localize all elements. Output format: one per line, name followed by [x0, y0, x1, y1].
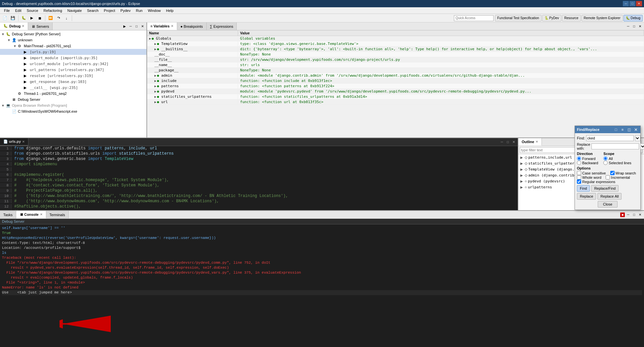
tree-item[interactable]: ▶ [urls.py:19] [0, 49, 146, 55]
editor-maximize-btn[interactable]: □ [505, 139, 510, 145]
tab-urls-editor[interactable]: 📄 urls.py ✕ [0, 138, 28, 146]
run-button[interactable]: ▶ [28, 15, 35, 22]
all-radio[interactable] [603, 156, 608, 161]
selected-lines-radio[interactable] [603, 161, 608, 165]
incremental-check[interactable] [606, 175, 610, 179]
expand-arrow[interactable]: ▶ [154, 100, 156, 104]
debug-minimize-btn[interactable]: ─ [128, 24, 133, 29]
replace-all-button[interactable]: Replace All [597, 193, 622, 200]
menu-item-run[interactable]: Run [133, 8, 145, 13]
menu-item-navigate[interactable]: Navigate [65, 8, 84, 13]
replace-dropdown[interactable] [640, 143, 644, 149]
expand-arrow[interactable]: ▶ [154, 79, 156, 83]
vars-minimize-btn[interactable]: ─ [625, 24, 631, 29]
whole-word-check[interactable] [577, 175, 581, 179]
expand-arrow[interactable]: ▶ [154, 84, 156, 88]
table-row[interactable]: ▶● __builtins__dict: {'bytearray': <type… [147, 47, 644, 52]
tab-console[interactable]: 🖥 Console ✕ [16, 211, 46, 218]
tree-item[interactable]: ▶get_response [base.py:103] [0, 79, 146, 85]
tree-item[interactable]: 🖥Debug Server [0, 96, 146, 102]
debug-resume-btn[interactable]: ▶ [122, 24, 127, 29]
code-editor[interactable]: 1from django.conf.urls.defaults import p… [0, 146, 518, 210]
stop-button[interactable]: ⏹ [36, 15, 43, 22]
tree-item[interactable]: ▼💻 Opera Browser Refresh [Program] [0, 102, 146, 108]
forward-radio[interactable] [577, 156, 581, 161]
minimize-button[interactable]: ─ [623, 1, 629, 6]
expand-arrow[interactable]: ▶ [154, 95, 156, 98]
tab-breakpoints[interactable]: ● Breakpoints [177, 22, 207, 30]
replace-button[interactable]: Replace [577, 193, 596, 200]
quick-access-input[interactable] [454, 15, 494, 21]
editor-minimize-btn[interactable]: ─ [499, 139, 504, 145]
vars-maximize-btn[interactable]: □ [631, 24, 637, 29]
persp-resource[interactable]: Resource [562, 15, 581, 21]
table-row[interactable]: ▶● includefunction: <function include at… [147, 78, 644, 84]
tree-item[interactable]: ▶urlconf_module [urlresolvers.py:342] [0, 61, 146, 67]
tree-item[interactable]: ▶resolve [urlresolvers.py:319] [0, 73, 146, 79]
tab-debug[interactable]: 🐛 Debug ✕ [0, 22, 28, 30]
table-row[interactable]: __name__str: urls [147, 62, 644, 68]
menu-item-project[interactable]: Project [101, 8, 118, 13]
menu-item-file[interactable]: File [1, 8, 13, 13]
menu-item-pydev[interactable]: Pydev [118, 8, 133, 13]
tab-expressions[interactable]: ∑ Expressions [207, 22, 237, 30]
tab-terminals[interactable]: Terminals [46, 211, 69, 218]
tab-outline[interactable]: Outline ✕ [518, 138, 542, 146]
step-over-button[interactable]: ↷ [55, 15, 62, 22]
menu-item-edit[interactable]: Edit [13, 8, 24, 13]
tree-item[interactable]: ▶import_module [importlib.py:35] [0, 55, 146, 61]
menu-item-window[interactable]: Window [145, 8, 163, 13]
debug-maximize-btn[interactable]: □ [134, 24, 139, 29]
tree-item[interactable]: ▼🐛Debug Server [Python Server] [0, 31, 146, 37]
step-into-button[interactable]: ↓ [63, 15, 70, 22]
backward-radio[interactable] [577, 161, 581, 165]
wrap-search-check[interactable] [610, 171, 615, 175]
table-row[interactable]: ▶● patternsfunction: <function patterns … [147, 84, 644, 89]
persp-debug[interactable]: 🐛 Debug [624, 15, 643, 21]
debug-button[interactable]: 🐛 [20, 15, 27, 22]
tree-item[interactable]: ▼👤unknown [0, 37, 146, 43]
debug-close-btn[interactable]: ✕ [140, 24, 145, 29]
console-stop-btn[interactable]: ■ [620, 212, 625, 217]
tab-variables[interactable]: ≡ Variables ✕ [147, 22, 177, 30]
menu-item-search[interactable]: Search [84, 8, 101, 13]
table-row[interactable]: __package__NoneType: None [147, 68, 644, 73]
table-row[interactable]: ▶● GlobalsGlobal variables [147, 36, 644, 41]
table-row[interactable]: ▶● urlfunction: <function url at 0xb013f… [147, 99, 644, 105]
table-row[interactable]: __file__str: /srv/www/django/development… [147, 57, 644, 62]
table-row[interactable]: __doc__NoneType: None [147, 52, 644, 57]
find-replace-close-button[interactable]: ✕ [633, 127, 638, 132]
save-button[interactable]: 💾 [9, 15, 17, 22]
tab-servers[interactable]: 🖥 Servers [28, 22, 53, 30]
expand-arrow[interactable]: ▶ [154, 90, 156, 93]
tree-item[interactable]: ▶__call__ [wsgi.py:235] [0, 85, 146, 91]
vars-close-btn[interactable]: ✕ [637, 24, 643, 29]
table-row[interactable]: ▶● TemplateViewtype: <class 'django.view… [147, 41, 644, 47]
tree-item[interactable]: 📄 C:\Windows\SysWOW64\wscript.exe [0, 108, 146, 114]
regex-check[interactable] [577, 179, 581, 184]
case-sensitive-check[interactable] [577, 171, 581, 175]
bottom-minimize-btn[interactable]: ─ [625, 212, 631, 217]
expand-arrow[interactable]: ▶ [154, 42, 156, 46]
persp-pydev[interactable]: 🐍 PyDev [542, 15, 561, 21]
table-row[interactable]: ▶● adminmodule: <module 'django.contrib.… [147, 73, 644, 78]
menu-item-source[interactable]: Source [24, 8, 41, 13]
tab-tasks[interactable]: Tasks [0, 211, 16, 218]
menu-item-refactoring[interactable]: Refactoring [41, 8, 65, 13]
editor-close-btn[interactable]: ✕ [511, 139, 516, 145]
resume-button[interactable]: ⏩ [47, 15, 54, 22]
table-row[interactable]: ▶● staticfiles_urlpatternsfunction: <fun… [147, 94, 644, 99]
tree-item[interactable]: ▼⚙MainThread - pid26701_seq1 [0, 43, 146, 49]
persp-functional-test[interactable]: Functional Test Specification [495, 15, 542, 21]
maximize-button[interactable]: □ [629, 1, 635, 6]
find-input[interactable] [586, 135, 634, 141]
menu-item-help[interactable]: Help [163, 8, 176, 13]
persp-remote-system[interactable]: Remote System Explorer [582, 15, 623, 21]
new-button[interactable]: 📄 [1, 15, 9, 22]
tree-item[interactable]: ▶url_patterns [urlresolvers.py:347] [0, 67, 146, 73]
close-button[interactable]: Close [598, 201, 618, 208]
expand-arrow[interactable]: ▶ [154, 47, 156, 51]
close-button[interactable]: ✕ [636, 1, 642, 6]
replace-find-button[interactable]: Replace/Find [591, 185, 619, 192]
find-dropdown[interactable] [635, 135, 640, 141]
